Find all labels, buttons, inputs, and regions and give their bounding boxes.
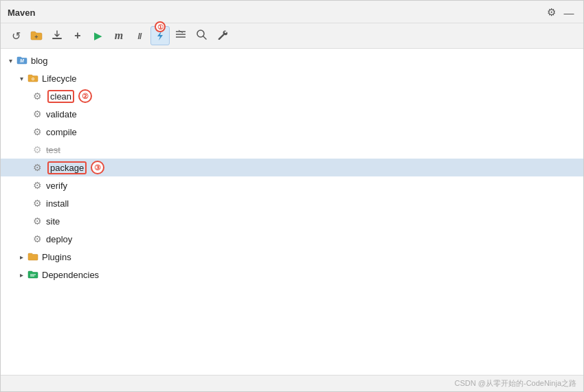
tree-node-clean[interactable]: ⚙ clean ② — [1, 87, 583, 105]
package-highlighted-box: package — [47, 161, 87, 174]
svg-text:+: + — [34, 34, 38, 41]
gear-icon-clean: ⚙ — [31, 90, 43, 102]
run-btn[interactable]: ▶ — [89, 26, 108, 45]
gear-icon-compile: ⚙ — [31, 126, 43, 138]
package-badge: ③ — [91, 161, 104, 174]
watermark-text: CSDN @从零开始的-CodeNinja之路 — [455, 379, 576, 387]
wrench-icon — [217, 30, 227, 43]
folder-plus-icon: + — [30, 30, 43, 41]
show-phases-btn[interactable] — [171, 26, 190, 45]
tree-node-plugins[interactable]: ▸ Plugins — [1, 248, 583, 266]
svg-line-8 — [203, 36, 206, 39]
node-label-dependencies: Dependencies — [42, 270, 99, 280]
panel-header: Maven ⚙ — — [1, 1, 583, 23]
node-label-test: test — [46, 145, 60, 155]
arrow-lifecycle: ▾ — [16, 73, 27, 84]
maven-panel: Maven ⚙ — ↺ + — [0, 0, 584, 392]
tree-node-site[interactable]: ⚙ site — [1, 212, 583, 230]
gear-folder-icon — [27, 72, 39, 84]
arrow-plugins: ▸ — [16, 251, 27, 262]
gear-icon-site: ⚙ — [31, 215, 43, 227]
node-label-package: package — [50, 163, 84, 173]
node-label-verify: verify — [46, 181, 67, 191]
gear-icon-package: ⚙ — [31, 161, 43, 174]
node-label-lifecycle: Lifecycle — [42, 73, 77, 84]
run-icon: ▶ — [94, 30, 102, 42]
tree-node-dependencies[interactable]: ▸ Dependencies — [1, 266, 583, 284]
download-icon — [52, 30, 63, 43]
node-label-blog: blog — [31, 56, 48, 66]
tree-node-install[interactable]: ⚙ install — [1, 194, 583, 212]
gear-icon-validate: ⚙ — [31, 108, 43, 120]
clean-badge: ② — [78, 89, 92, 103]
node-label-compile: compile — [46, 127, 77, 137]
arrow-blog: ▾ — [5, 55, 16, 66]
minimize-icon: — — [564, 7, 574, 19]
skip-tests-icon: // — [137, 31, 141, 41]
folder-icon-blog: M — [16, 54, 28, 67]
add-managed-btn[interactable]: + — [27, 26, 46, 45]
tree-node-deploy[interactable]: ⚙ deploy — [1, 230, 583, 248]
minimize-btn[interactable]: — — [561, 5, 576, 20]
lightning-icon — [155, 30, 166, 44]
tree-node-blog[interactable]: ▾ M blog — [1, 51, 583, 69]
tree-node-compile[interactable]: ⚙ compile — [1, 123, 583, 141]
gear-icon-deploy: ⚙ — [31, 233, 43, 245]
svg-rect-1 — [52, 38, 62, 39]
folder-icon-plugins — [27, 251, 39, 263]
analyze-deps-btn[interactable] — [192, 26, 211, 45]
folder-icon-dependencies — [27, 268, 39, 281]
skip-tests-btn[interactable]: // — [130, 26, 149, 45]
gear-icon: ⚙ — [547, 6, 556, 19]
analyze-icon — [196, 29, 207, 43]
panel-title: Maven — [8, 8, 35, 18]
maven-wrench-btn[interactable] — [212, 26, 232, 45]
header-icons: ⚙ — — [543, 5, 576, 20]
phases-icon — [175, 30, 186, 42]
node-label-install: install — [46, 198, 69, 209]
execute-goal-badge: ① — [155, 21, 166, 32]
add-btn[interactable]: + — [68, 26, 87, 45]
maven-m-icon: m — [115, 30, 123, 42]
node-label-clean: clean — [50, 91, 71, 102]
tree-area: ▾ M blog ▾ Lifecycle — [1, 49, 583, 375]
svg-marker-2 — [157, 31, 163, 41]
refresh-btn[interactable]: ↺ — [6, 26, 25, 45]
tree-node-validate[interactable]: ⚙ validate — [1, 105, 583, 123]
settings-icon-btn[interactable]: ⚙ — [543, 5, 559, 20]
tree-node-package[interactable]: ⚙ package ③ — [1, 159, 583, 176]
maven-settings-btn[interactable]: m — [109, 26, 128, 45]
tree-node-lifecycle[interactable]: ▾ Lifecycle — [1, 69, 583, 87]
refresh-icon: ↺ — [12, 30, 21, 43]
execute-goal-btn[interactable]: ① — [150, 26, 170, 45]
svg-point-11 — [32, 78, 34, 80]
gear-icon-install: ⚙ — [31, 197, 43, 209]
arrow-dependencies: ▸ — [16, 269, 27, 280]
node-label-validate: validate — [46, 109, 77, 119]
node-label-deploy: deploy — [46, 234, 72, 244]
node-label-site: site — [46, 216, 60, 227]
clean-highlighted-box: clean — [47, 90, 74, 103]
toolbar: ↺ + + ▶ m — [1, 23, 583, 49]
footer: CSDN @从零开始的-CodeNinja之路 — [1, 375, 583, 391]
gear-icon-verify: ⚙ — [31, 179, 43, 192]
tree-node-verify[interactable]: ⚙ verify — [1, 176, 583, 194]
gear-icon-test: ⚙ — [31, 143, 43, 156]
svg-text:M: M — [20, 58, 24, 63]
node-label-plugins: Plugins — [42, 252, 71, 262]
plus-icon: + — [74, 30, 80, 42]
download-sources-btn[interactable] — [47, 26, 67, 45]
tree-node-test[interactable]: ⚙ test — [1, 141, 583, 159]
